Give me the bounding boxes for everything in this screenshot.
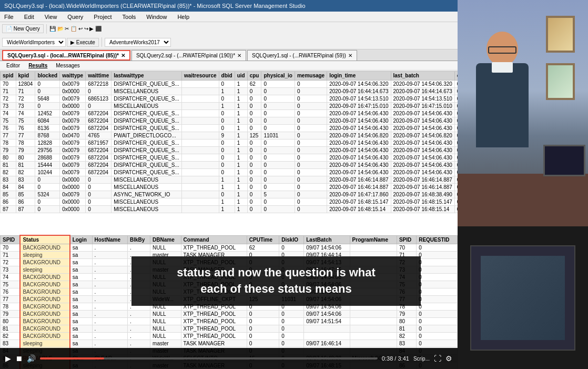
top-grid-cell: 0 — [261, 154, 295, 162]
top-grid-cell: 83 — [1, 176, 16, 184]
top-grid-cell: 1 — [219, 88, 235, 95]
wall-picture-2 — [546, 63, 575, 100]
top-grid-cell — [181, 117, 219, 125]
menu-window[interactable]: Window — [144, 13, 169, 21]
top-grid-cell: 1 — [235, 110, 247, 117]
sub-tab-messages[interactable]: Messages — [52, 62, 84, 69]
sub-tab-editor[interactable]: Editor — [2, 62, 24, 69]
top-grid-cell: 5 — [261, 191, 295, 198]
bottom-grid-cell: sa — [70, 303, 92, 311]
bottom-grid-row: 83sleepingsa..masterTASK MANAGER0009/07 … — [1, 340, 458, 347]
bottom-grid-cell: 79 — [397, 311, 416, 318]
window-title: SQLQuery3.sql - (local).WideWorldImporte… — [4, 3, 306, 9]
top-grid-cell: 1 — [235, 147, 247, 154]
top-grid-cell — [181, 184, 219, 191]
bottom-grid-cell: . — [92, 303, 127, 311]
top-grid-cell: 0x0079 — [60, 117, 86, 125]
tab-query1-close[interactable]: ✕ — [348, 53, 352, 58]
sub-tab-results[interactable]: Results — [24, 62, 52, 69]
server-dropdown[interactable]: WideWorldImporters — [2, 38, 66, 47]
top-grid-cell: 2020-09-07 16:48:15.147 — [327, 198, 391, 206]
top-grid-wrapper[interactable]: spid kpid blocked waittype waittime last… — [0, 71, 458, 234]
bottom-grid-cell: BACKGROUND — [20, 311, 69, 318]
bottom-grid-cell: sleeping — [20, 266, 69, 274]
col-waittime: waittime — [86, 71, 111, 80]
bottom-grid-cell: . — [92, 296, 127, 303]
tab-query3[interactable]: SQLQuery3.sql - (local...RWATER\pinal (8… — [2, 50, 130, 61]
stop-button[interactable]: ⏹ — [15, 354, 23, 363]
top-grid-cell: 79 — [1, 147, 16, 154]
top-grid-cell: 81 — [16, 162, 35, 169]
top-grid-cell: DISPATCHER_QUEUE_S... — [111, 117, 182, 125]
top-grid-cell: 12452 — [35, 110, 60, 117]
top-grid-row: 868600x00000MISCELLANEOUS110002020-09-07… — [1, 198, 458, 206]
bottom-grid-cell: 0 — [279, 325, 304, 333]
person — [473, 32, 531, 179]
top-grid-cell: 8136 — [35, 125, 60, 132]
top-grid-cell: 2020-09-07 16:48:15.14 — [327, 206, 391, 213]
bottom-grid-cell: . — [92, 340, 127, 347]
subtitle-box: status and now the question is what each… — [131, 256, 421, 306]
tab-query3-close[interactable]: ✕ — [121, 53, 125, 58]
top-grid-cell: 1 — [235, 154, 247, 162]
title-bar: SQLQuery3.sql - (local).WideWorldImporte… — [0, 0, 458, 12]
bottom-grid-cell: sa — [70, 274, 92, 281]
top-grid-cell: 1 — [235, 139, 247, 147]
top-grid-cell: 73 — [16, 103, 35, 110]
bottom-grid-cell: NULL — [150, 244, 181, 252]
tab-query2-close[interactable]: ✕ — [237, 53, 241, 58]
fullscreen-button[interactable]: ⛶ — [434, 354, 441, 363]
top-grid-cell — [181, 110, 219, 117]
top-grid-cell: 0 — [261, 139, 295, 147]
bottom-grid-cell: sa — [70, 244, 92, 252]
progress-bar[interactable] — [40, 357, 378, 360]
top-grid-cell: 0x0079 — [60, 162, 86, 169]
top-grid-cell: 0 — [261, 147, 295, 154]
top-grid-cell: 77 — [1, 132, 16, 139]
bottom-grid-cell: 71 — [1, 252, 21, 259]
top-grid-cell: 4765 — [86, 132, 111, 139]
top-grid-row: 757560840x00796872204DISPATCHER_QUEUE_S.… — [1, 117, 458, 125]
menu-edit[interactable]: Edit — [22, 13, 36, 21]
top-grid-cell: 0 — [261, 206, 295, 213]
menu-query[interactable]: Query — [65, 13, 85, 21]
top-grid-cell: 0 — [247, 198, 261, 206]
menu-help[interactable]: Help — [175, 13, 191, 21]
play-button[interactable]: ▶ — [5, 354, 11, 363]
bottom-grid-cell: 77 — [1, 296, 21, 303]
database-dropdown[interactable]: AdventureWorks2017 — [105, 38, 171, 47]
volume-button[interactable]: 🔊 — [27, 354, 36, 363]
top-grid-cell: 0 — [295, 80, 327, 88]
tab-query2[interactable]: SQLQuery2.sql - (...RWATER\pinal (190))*… — [131, 50, 246, 61]
new-query-button[interactable]: 📄 New Query — [2, 24, 44, 33]
top-grid-cell: 0 — [247, 95, 261, 103]
menu-file[interactable]: File — [2, 13, 16, 21]
bottom-grid-row: 80BACKGROUNDsa..NULLXTP_THREAD_POOL0009/… — [1, 318, 458, 325]
menu-project[interactable]: Project — [92, 13, 114, 21]
total-time: 3:41 — [398, 355, 409, 362]
video-filename: Scrip... — [413, 356, 430, 362]
top-grid-cell: 0 — [219, 162, 235, 169]
settings-button[interactable]: ⚙ — [445, 354, 452, 363]
menu-tools[interactable]: Tools — [120, 13, 138, 21]
top-grid-cell: 0 — [247, 169, 261, 176]
bottom-grid-cell: master — [150, 340, 181, 347]
top-grid-cell — [181, 198, 219, 206]
top-grid-cell — [181, 176, 219, 184]
menu-view[interactable]: View — [43, 13, 59, 21]
bottom-grid-cell: 75 — [1, 281, 21, 288]
execute-button[interactable]: ▶ Execute — [67, 38, 99, 47]
toolbar-row-1: 📄 New Query 💾 📂 ✂ 📋 ↩ ↪ ▶ ⬛ — [0, 22, 458, 36]
top-grid-cell: 0 — [261, 169, 295, 176]
top-grid-row: 777787680x04704765PWAIT_DIRECTLOGCO...91… — [1, 132, 458, 139]
top-grid-cell: 2020-09-07 14:54:06.430 — [391, 110, 454, 117]
bottom-grid-cell: NULL — [150, 311, 181, 318]
bottom-grid-cell: sa — [70, 259, 92, 266]
tab-query1[interactable]: SQLQuery1.sql - (...RWATER\pinal (59)) ✕ — [247, 50, 357, 61]
top-grid-cell — [181, 103, 219, 110]
top-grid-cell: 0 — [295, 88, 327, 95]
person-collar — [492, 62, 513, 73]
top-grid-cell: 29756 — [35, 147, 60, 154]
top-grid-cell — [181, 147, 219, 154]
top-grid-cell: 0x0079 — [60, 95, 86, 103]
